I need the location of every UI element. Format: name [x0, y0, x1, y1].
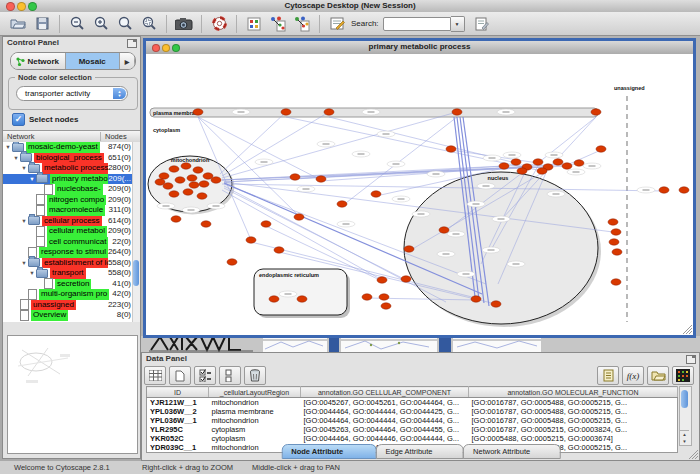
- tree-row[interactable]: ▼biological_process651(0): [3, 153, 133, 164]
- tree-row[interactable]: ▼primary metabo209(...: [3, 174, 133, 185]
- column-header[interactable]: annotation.GO CELLULAR_COMPONENT: [301, 387, 469, 398]
- tab-network-attribute-browser[interactable]: Network Attribute Browser: [463, 444, 561, 459]
- network-window-titlebar[interactable]: primary metabolic process: [146, 41, 693, 55]
- node[interactable]: [401, 276, 411, 282]
- node[interactable]: [362, 294, 372, 300]
- matrix-view-icon[interactable]: [672, 366, 694, 385]
- node[interactable]: [537, 168, 547, 174]
- unselect-all-attributes-icon[interactable]: [219, 366, 241, 385]
- tree-row[interactable]: multi-organism pro42(0): [3, 289, 133, 300]
- node[interactable]: [612, 249, 622, 255]
- table-row[interactable]: YLR295Ccytoplasm[GO:0045263, GO:0044464,…: [147, 425, 678, 434]
- zoom-fit-icon[interactable]: [114, 14, 136, 34]
- table-row[interactable]: YPL036W__1mitochondrion[GO:0044464, GO:0…: [147, 416, 678, 425]
- tree-row[interactable]: nucleobase-209(0): [3, 184, 133, 195]
- tab-overflow-arrow-icon[interactable]: ▶: [120, 53, 135, 69]
- column-header[interactable]: ID: [147, 387, 209, 398]
- node[interactable]: [337, 201, 347, 207]
- node[interactable]: [281, 109, 291, 115]
- zoom-in-icon[interactable]: [90, 14, 112, 34]
- tree-scrollbar[interactable]: [132, 142, 140, 322]
- panel-resize-grip[interactable]: [689, 450, 698, 459]
- node[interactable]: [511, 159, 521, 165]
- table-scrollbar[interactable]: ▲▼: [679, 386, 692, 446]
- node[interactable]: [608, 219, 618, 225]
- tree-row[interactable]: macromolecule311(0): [3, 205, 133, 216]
- delete-attribute-icon[interactable]: [244, 366, 266, 385]
- table-row[interactable]: YJR121W__1mitochondrion[GO:0045267, GO:0…: [147, 398, 678, 408]
- node[interactable]: [193, 167, 203, 173]
- network-canvas[interactable]: plasma membrane cytoplasm mitochondrion …: [146, 54, 693, 335]
- float-panel-icon[interactable]: [127, 39, 137, 48]
- node[interactable]: [171, 216, 181, 222]
- node[interactable]: [324, 109, 334, 115]
- node[interactable]: [471, 296, 481, 302]
- node[interactable]: [491, 301, 501, 307]
- node[interactable]: [227, 259, 237, 265]
- node[interactable]: [197, 193, 207, 199]
- node[interactable]: [611, 279, 621, 285]
- node[interactable]: [679, 187, 689, 193]
- node[interactable]: [439, 227, 449, 233]
- filter-editor-icon[interactable]: [326, 14, 348, 34]
- tree-row[interactable]: ▼transport558(0): [3, 268, 133, 279]
- node[interactable]: [290, 174, 300, 180]
- node[interactable]: [452, 109, 462, 115]
- node[interactable]: [274, 247, 284, 253]
- tree-row[interactable]: ▼establishment of lo558(0): [3, 258, 133, 269]
- birdseye-view[interactable]: [7, 335, 138, 454]
- help-lifering-icon[interactable]: [208, 14, 230, 34]
- node[interactable]: [211, 177, 221, 183]
- create-attribute-icon[interactable]: [169, 366, 191, 385]
- node[interactable]: [379, 294, 389, 300]
- node[interactable]: [175, 177, 185, 183]
- node[interactable]: [261, 221, 271, 227]
- column-header[interactable]: _cellularLayoutRegion: [209, 387, 301, 398]
- open-file-icon[interactable]: [7, 14, 29, 34]
- snapshot-camera-icon[interactable]: [173, 14, 195, 34]
- save-session-icon[interactable]: [31, 14, 53, 34]
- window-resize-grip[interactable]: [683, 325, 692, 334]
- node[interactable]: [187, 175, 197, 181]
- annotation-editor-icon[interactable]: [471, 14, 493, 34]
- vizmapper-icon[interactable]: [243, 14, 265, 34]
- node[interactable]: [193, 109, 203, 115]
- node[interactable]: [189, 182, 199, 188]
- select-attributes-icon[interactable]: [144, 366, 166, 385]
- node[interactable]: [246, 237, 256, 243]
- tab-node-attribute-browser[interactable]: Node Attribute Browser: [281, 444, 376, 459]
- node[interactable]: [611, 229, 621, 235]
- attribute-list-icon[interactable]: [597, 366, 619, 385]
- node[interactable]: [371, 191, 381, 197]
- zoom-selected-icon[interactable]: [138, 14, 160, 34]
- layout-nodes-b-icon[interactable]: [291, 14, 313, 34]
- node[interactable]: [404, 246, 414, 252]
- select-all-attributes-icon[interactable]: [194, 366, 216, 385]
- tree-row[interactable]: ▼cellular process614(0): [3, 216, 133, 227]
- tree-row[interactable]: ▼metabolic process280(0): [3, 163, 133, 174]
- node[interactable]: [169, 191, 179, 197]
- zoom-out-icon[interactable]: [66, 14, 88, 34]
- node[interactable]: [159, 173, 169, 179]
- node[interactable]: [381, 303, 391, 309]
- select-nodes-checkbox[interactable]: ✓: [12, 113, 25, 126]
- search-input[interactable]: [383, 17, 451, 31]
- node[interactable]: [201, 221, 211, 227]
- node-color-attribute-select[interactable]: transporter activity ▲▼: [16, 86, 128, 101]
- attribute-table-header[interactable]: ID_cellularLayoutRegionannotation.GO CEL…: [147, 387, 678, 398]
- node[interactable]: [596, 146, 606, 152]
- node[interactable]: [297, 296, 307, 302]
- tree-row[interactable]: response to stimul264(0): [3, 247, 133, 258]
- node[interactable]: [183, 189, 193, 195]
- node[interactable]: [294, 214, 304, 220]
- node[interactable]: [199, 181, 209, 187]
- node[interactable]: [499, 163, 509, 169]
- node[interactable]: [316, 176, 326, 182]
- tree-row[interactable]: cell communicat22(0): [3, 237, 133, 248]
- node[interactable]: [562, 163, 572, 169]
- table-row[interactable]: YPL036W__2plasma membrane[GO:0044464, GO…: [147, 407, 678, 416]
- node[interactable]: [446, 146, 456, 152]
- import-attributes-icon[interactable]: [647, 366, 669, 385]
- node[interactable]: [269, 296, 279, 302]
- tab-mosaic[interactable]: Mosaic: [66, 53, 121, 69]
